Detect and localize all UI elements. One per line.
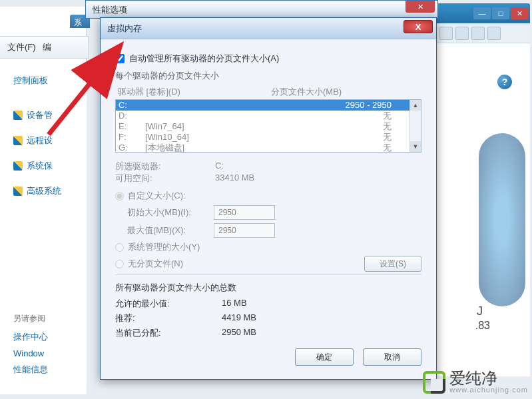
system-managed-radio[interactable]: [115, 243, 124, 252]
sidebar: 控制面板 设备管 远程设 系统保 高级系统 另请参阅 操作中心 Window 性…: [0, 61, 87, 394]
control-panel-window: 文件(F) 编 控制面板 设备管 远程设 系统保 高级系统 另请参阅 操作中心 …: [0, 7, 87, 386]
minimize-button[interactable]: —: [473, 7, 491, 19]
sidebar-windows-update[interactable]: Window: [0, 346, 87, 361]
globe-graphic: [479, 133, 525, 306]
custom-size-radio-row[interactable]: 自定义大小(C):: [115, 190, 421, 202]
menu-bar: 文件(F) 编: [0, 36, 89, 59]
shield-icon: [13, 136, 23, 145]
drive-list[interactable]: C: 2950 - 2950 D: 无 E: [Win7_64] 无 F: [W…: [115, 99, 421, 153]
selected-drive-info: 所选驱动器: C: 可用空间: 33410 MB: [115, 161, 421, 185]
system-managed-radio-row[interactable]: 系统管理的大小(Y): [115, 241, 421, 253]
current-allocated-label: 当前已分配:: [115, 327, 222, 339]
recommended-value: 4419 MB: [222, 312, 256, 324]
sidebar-control-panel-home[interactable]: 控制面板: [0, 68, 87, 93]
scrollbar[interactable]: ▲ ▼: [409, 100, 421, 152]
no-paging-radio[interactable]: [115, 260, 124, 268]
no-paging-label: 无分页文件(N): [128, 258, 183, 270]
close-button[interactable]: ✕: [405, 1, 435, 13]
totals-block: 允许的最小值: 16 MB 推荐: 4419 MB 当前已分配: 2950 MB: [115, 298, 421, 339]
sidebar-label: 远程设: [27, 135, 53, 147]
drive-row[interactable]: F: [Win10_64] 无: [116, 132, 421, 143]
ok-button[interactable]: 确定: [295, 348, 354, 366]
sidebar-label: 设备管: [27, 109, 53, 121]
scroll-down-icon[interactable]: ▼: [410, 141, 421, 152]
sidebar-label: 控制面板: [13, 75, 48, 87]
drive-row[interactable]: D: 无: [116, 111, 421, 121]
auto-manage-checkbox-row[interactable]: 自动管理所有驱动器的分页文件大小(A): [115, 53, 421, 65]
max-size-row: 最大值(MB)(X):: [127, 223, 421, 238]
header-size: 分页文件大小(MB): [271, 86, 342, 98]
watermark-text: 爱纯净: [449, 370, 528, 386]
bg-text: .83: [475, 320, 490, 332]
menu-file[interactable]: 文件(F): [7, 41, 36, 53]
sidebar-label: 高级系统: [27, 185, 61, 197]
selected-drive-value: C:: [215, 161, 224, 173]
virtual-memory-dialog: 虚拟内存 X 自动管理所有驱动器的分页文件大小(A) 每个驱动器的分页文件大小 …: [100, 17, 437, 380]
toolbar-icon[interactable]: [439, 27, 453, 40]
help-icon[interactable]: ?: [497, 75, 512, 89]
see-also-heading: 另请参阅: [0, 304, 87, 328]
toolbar-icon[interactable]: [487, 27, 501, 40]
drive-row[interactable]: C: 2950 - 2950: [116, 100, 421, 111]
selected-drive-label: 所选驱动器:: [115, 161, 215, 173]
dialog-title: 性能选项: [93, 5, 127, 15]
dialog-title: 虚拟内存: [107, 23, 142, 35]
divider: [115, 274, 421, 275]
shield-icon: [13, 187, 23, 196]
auto-manage-label: 自动管理所有驱动器的分页文件大小(A): [129, 53, 279, 65]
current-allocated-value: 2950 MB: [222, 327, 256, 339]
initial-size-label: 初始大小(MB)(I):: [127, 206, 214, 218]
toolbar-icon[interactable]: [455, 27, 469, 40]
min-allowed-value: 16 MB: [222, 298, 247, 310]
initial-size-input[interactable]: [214, 205, 275, 220]
free-space-label: 可用空间:: [115, 173, 215, 185]
dialog-button-row: 确定 取消: [115, 348, 421, 366]
watermark: 爱纯净 www.aichunjing.com: [423, 370, 528, 394]
sidebar-item-device-manager[interactable]: 设备管: [0, 103, 87, 128]
free-space-value: 33410 MB: [215, 173, 254, 185]
per-drive-heading: 每个驱动器的分页文件大小: [115, 70, 421, 82]
auto-manage-checkbox[interactable]: [115, 54, 125, 63]
close-button[interactable]: X: [403, 20, 433, 33]
maximize-button[interactable]: □: [492, 7, 509, 19]
initial-size-row: 初始大小(MB)(I):: [127, 205, 421, 220]
close-button[interactable]: ✕: [511, 7, 528, 19]
max-size-label: 最大值(MB)(X):: [127, 224, 214, 236]
custom-size-radio[interactable]: [115, 192, 124, 200]
shield-icon: [13, 111, 23, 120]
sidebar-action-center[interactable]: 操作中心: [0, 328, 87, 346]
drive-row[interactable]: E: [Win7_64] 无: [116, 121, 421, 132]
bg-text: J: [477, 304, 483, 318]
scroll-up-icon[interactable]: ▲: [410, 100, 421, 111]
dialog-titlebar[interactable]: 虚拟内存 X: [101, 18, 436, 39]
shield-icon: [13, 161, 23, 171]
background-window-controls: — □ ✕: [435, 3, 530, 23]
sidebar-label: 系统保: [27, 160, 53, 172]
watermark-icon: [423, 371, 445, 394]
header-drive: 驱动器 [卷标](D): [118, 86, 271, 98]
cancel-button[interactable]: 取消: [363, 348, 421, 366]
sidebar-performance-info[interactable]: 性能信息: [0, 361, 87, 378]
max-size-input[interactable]: [214, 223, 275, 238]
totals-heading: 所有驱动器分页文件大小的总数: [115, 282, 421, 294]
recommended-label: 推荐:: [115, 312, 222, 324]
drive-row[interactable]: G: [本地磁盘] 无: [116, 143, 421, 153]
performance-options-dialog: 性能选项 ✕: [85, 0, 438, 19]
sidebar-item-system-protection[interactable]: 系统保: [0, 153, 87, 179]
set-button[interactable]: 设置(S): [364, 256, 421, 272]
min-allowed-label: 允许的最小值:: [115, 298, 222, 310]
watermark-url: www.aichunjing.com: [449, 386, 528, 394]
toolbar-icon[interactable]: [471, 27, 485, 40]
custom-size-label: 自定义大小(C):: [128, 190, 186, 202]
background-toolbar: [435, 23, 530, 43]
menu-edit[interactable]: 编: [43, 41, 51, 53]
drive-list-header: 驱动器 [卷标](D) 分页文件大小(MB): [115, 85, 421, 99]
system-managed-label: 系统管理的大小(Y): [128, 241, 200, 253]
sidebar-item-advanced-system[interactable]: 高级系统: [0, 179, 87, 204]
no-paging-row: 无分页文件(N) 设置(S): [115, 256, 421, 272]
sidebar-item-remote-settings[interactable]: 远程设: [0, 128, 87, 153]
